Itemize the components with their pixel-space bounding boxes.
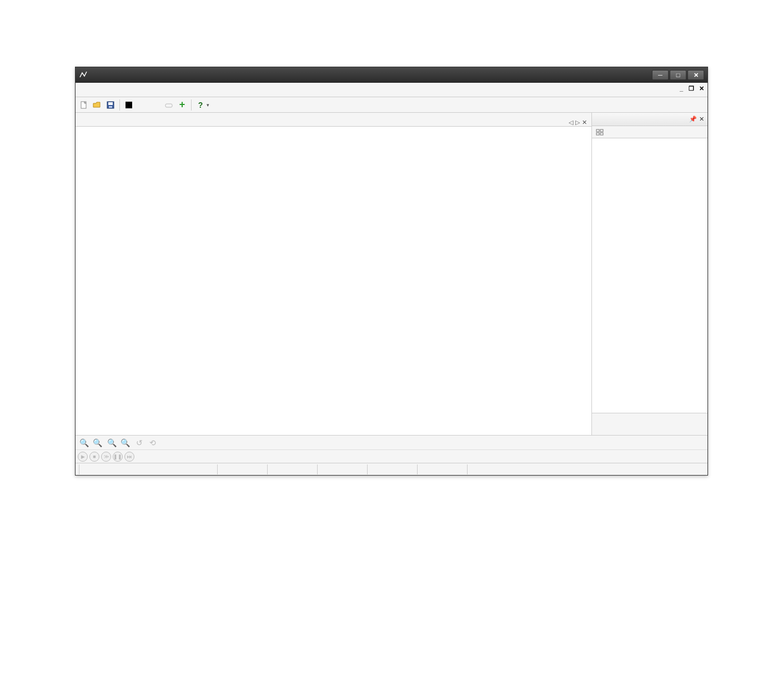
app-icon bbox=[79, 71, 88, 79]
zoom-tool-3[interactable]: 🔍 bbox=[106, 437, 118, 449]
titlebar: ─ □ ✕ bbox=[76, 67, 707, 83]
application-window: ─ □ ✕ _ ❐ ✕ bbox=[75, 67, 708, 476]
tab-scroll-controls: ◁ ▷ ✕ bbox=[566, 119, 589, 126]
svg-rect-8 bbox=[596, 133, 599, 135]
properties-panel: 📌 ✕ bbox=[592, 113, 707, 435]
black-square-button[interactable] bbox=[123, 99, 135, 111]
menu-window[interactable] bbox=[112, 88, 123, 92]
help-button[interactable]: ? bbox=[194, 99, 207, 111]
svg-rect-2 bbox=[108, 102, 113, 105]
svg-rect-7 bbox=[600, 129, 603, 132]
mdi-restore[interactable]: ❐ bbox=[687, 84, 695, 92]
device-button[interactable] bbox=[163, 99, 175, 111]
svg-rect-3 bbox=[109, 106, 112, 108]
statusbar bbox=[76, 463, 707, 475]
skip-end-button[interactable]: ⏭ bbox=[124, 452, 134, 462]
tab-scroll-right[interactable]: ▷ bbox=[575, 119, 580, 126]
separator-icon bbox=[119, 99, 120, 111]
main-toolbar: + ? ▾ bbox=[76, 97, 707, 113]
maximize-button[interactable]: □ bbox=[670, 70, 686, 80]
svg-rect-5 bbox=[165, 104, 172, 107]
menu-help[interactable] bbox=[134, 88, 145, 92]
add-button[interactable]: + bbox=[176, 99, 188, 111]
body-split: ◁ ▷ ✕ 📌 ✕ bbox=[76, 113, 707, 435]
status-text bbox=[79, 464, 218, 474]
status-cell bbox=[368, 464, 418, 474]
svg-rect-6 bbox=[596, 129, 599, 132]
status-cell bbox=[418, 464, 468, 474]
panel-close[interactable]: ✕ bbox=[699, 116, 704, 123]
mdi-minimize[interactable]: _ bbox=[677, 84, 685, 92]
property-grid[interactable] bbox=[592, 138, 707, 413]
status-cell bbox=[268, 464, 318, 474]
menu-settings[interactable] bbox=[123, 88, 134, 92]
svg-rect-9 bbox=[600, 133, 603, 135]
save-button[interactable] bbox=[104, 99, 117, 111]
play-toolbar: ▶ ■ ≫ ❚❚ ⏭ bbox=[76, 449, 707, 463]
status-cell bbox=[218, 464, 268, 474]
zoom-out-button[interactable]: 🔍 bbox=[91, 437, 103, 449]
l-button[interactable] bbox=[149, 99, 162, 111]
menu-theme[interactable] bbox=[101, 88, 112, 92]
pin-icon[interactable]: 📌 bbox=[689, 116, 697, 123]
property-description bbox=[592, 413, 707, 435]
menu-analysis[interactable] bbox=[145, 88, 157, 92]
tab-scroll-left[interactable]: ◁ bbox=[569, 119, 573, 126]
zoom-tool-6[interactable]: ⟲ bbox=[147, 437, 159, 449]
window-buttons: ─ □ ✕ bbox=[651, 70, 704, 80]
mdi-close[interactable]: ✕ bbox=[697, 84, 705, 92]
zoom-toolbar: 🔍 🔍 🔍 🔍 ↺ ⟲ bbox=[76, 435, 707, 449]
svg-rect-4 bbox=[126, 102, 132, 108]
close-button[interactable]: ✕ bbox=[687, 70, 704, 80]
zoom-in-button[interactable]: 🔍 bbox=[78, 437, 90, 449]
panel-titlebar: 📌 ✕ bbox=[592, 113, 707, 126]
separator-icon bbox=[191, 99, 192, 111]
categorize-button[interactable] bbox=[594, 127, 605, 137]
left-pane: ◁ ▷ ✕ bbox=[76, 113, 592, 435]
zoom-tool-4[interactable]: 🔍 bbox=[119, 437, 131, 449]
menu-view[interactable] bbox=[90, 88, 101, 92]
new-file-button[interactable] bbox=[78, 99, 90, 111]
minimize-button[interactable]: ─ bbox=[652, 70, 669, 80]
menubar: _ ❐ ✕ bbox=[76, 83, 707, 97]
tab-close[interactable]: ✕ bbox=[582, 119, 587, 126]
chart-area[interactable] bbox=[76, 127, 591, 435]
dropdown-arrow-icon[interactable]: ▾ bbox=[207, 102, 209, 108]
pause-button[interactable]: ❚❚ bbox=[113, 452, 123, 462]
zoom-reset-button[interactable]: ↺ bbox=[133, 437, 145, 449]
tab-strip: ◁ ▷ ✕ bbox=[76, 113, 591, 127]
stop-button[interactable]: ■ bbox=[89, 452, 99, 462]
play-button[interactable]: ▶ bbox=[78, 452, 88, 462]
panel-toolbar bbox=[592, 126, 707, 138]
menu-file[interactable] bbox=[79, 88, 90, 92]
open-file-button[interactable] bbox=[91, 99, 103, 111]
status-cell bbox=[318, 464, 368, 474]
c-button[interactable] bbox=[136, 99, 148, 111]
fast-forward-button[interactable]: ≫ bbox=[101, 452, 111, 462]
